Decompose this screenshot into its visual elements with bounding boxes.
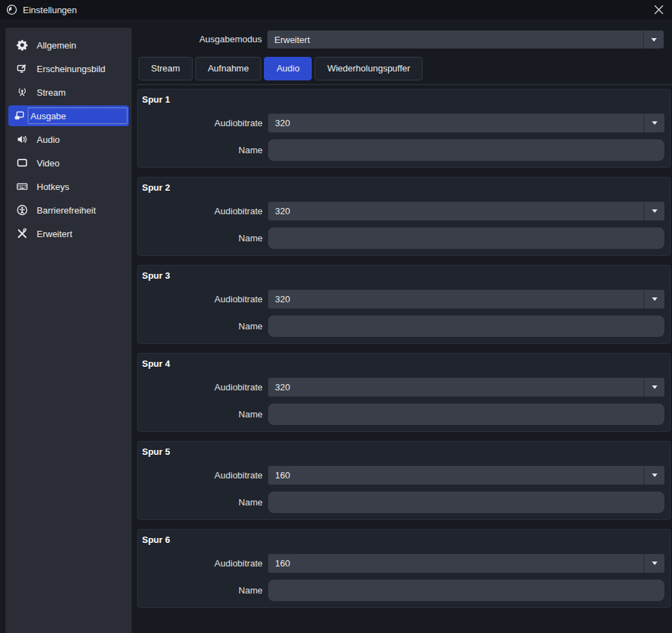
accessibility-icon [16, 205, 28, 216]
track-name-input[interactable] [268, 315, 664, 337]
track-title: Spur 6 [142, 535, 170, 545]
track-name-label: Name [138, 404, 263, 425]
settings-window: Einstellungen Allgemein [0, 0, 672, 633]
tab-audio[interactable]: Audio [264, 57, 312, 80]
sidebar-item-label: Hotkeys [34, 178, 127, 195]
output-mode-value: Erweitert [267, 31, 643, 49]
audio-bitrate-value: 160 [268, 554, 644, 573]
obs-logo-icon [6, 4, 17, 15]
track-group-2: Spur 2 Audiobitrate 320 Name [137, 177, 671, 256]
tools-icon [16, 228, 28, 240]
sidebar-item-video[interactable]: Video [6, 151, 132, 175]
track-title: Spur 5 [142, 446, 170, 457]
audio-bitrate-value: 160 [268, 466, 644, 485]
output-icon [13, 110, 25, 122]
audio-bitrate-value: 320 [268, 114, 644, 132]
track-title: Spur 3 [142, 270, 170, 281]
track-name-input[interactable] [268, 404, 664, 425]
sidebar-item-barrierefreiheit[interactable]: Barrierefreiheit [6, 198, 132, 222]
audio-bitrate-dropdown[interactable]: 320 [268, 202, 664, 220]
track-name-input[interactable] [268, 227, 664, 249]
sidebar-item-erscheinungsbild[interactable]: Erscheinungsbild [6, 57, 132, 80]
audio-icon [16, 134, 28, 146]
audio-bitrate-label: Audiobitrate [138, 290, 263, 309]
keyboard-icon [16, 181, 28, 193]
track-group-5: Spur 5 Audiobitrate 160 Name [137, 441, 671, 520]
track-title: Spur 4 [142, 358, 170, 369]
tab-wiederholungspuffer[interactable]: Wiederholungspuffer [315, 57, 423, 80]
dropdown-arrow-icon [644, 114, 664, 132]
settings-sidebar: Allgemein Erscheinungsbild Stream [6, 28, 132, 633]
track-group-6: Spur 6 Audiobitrate 160 Name [137, 529, 671, 608]
sidebar-item-label: Erscheinungsbild [34, 60, 127, 77]
tab-aufnahme[interactable]: Aufnahme [195, 57, 261, 80]
dropdown-arrow-icon [644, 554, 664, 573]
stream-icon [16, 87, 28, 98]
sidebar-item-stream[interactable]: Stream [6, 80, 132, 104]
close-button[interactable] [652, 3, 666, 17]
video-icon [16, 157, 28, 169]
audio-bitrate-label: Audiobitrate [138, 378, 263, 397]
track-name-label: Name [138, 139, 263, 161]
track-group-1: Spur 1 Audiobitrate 320 Name [137, 89, 671, 168]
audio-bitrate-dropdown[interactable]: 160 [268, 554, 664, 573]
track-group-4: Spur 4 Audiobitrate 320 Name [137, 353, 671, 432]
sidebar-item-ausgabe[interactable]: Ausgabe [8, 105, 129, 126]
sidebar-item-label: Erweitert [34, 225, 127, 242]
sidebar-item-label: Video [34, 155, 127, 171]
dropdown-arrow-icon [644, 378, 664, 397]
sidebar-item-label: Ausgabe [28, 107, 127, 124]
track-name-label: Name [138, 492, 263, 513]
audio-bitrate-dropdown[interactable]: 320 [268, 114, 664, 132]
track-name-label: Name [138, 315, 263, 337]
sidebar-item-audio[interactable]: Audio [6, 128, 132, 151]
audio-bitrate-dropdown[interactable]: 160 [268, 466, 664, 485]
sidebar-item-erweitert[interactable]: Erweitert [6, 222, 132, 245]
audio-bitrate-value: 320 [268, 202, 644, 220]
audio-bitrate-label: Audiobitrate [138, 554, 263, 573]
track-title: Spur 2 [142, 182, 170, 193]
output-mode-dropdown[interactable]: Erweitert [267, 31, 664, 49]
sidebar-item-allgemein[interactable]: Allgemein [6, 33, 132, 57]
audio-bitrate-label: Audiobitrate [138, 202, 263, 220]
sidebar-item-label: Audio [34, 131, 127, 148]
track-name-input[interactable] [268, 492, 664, 513]
sidebar-item-label: Barrierefreiheit [34, 202, 127, 218]
audio-bitrate-value: 320 [268, 290, 644, 309]
audio-bitrate-dropdown[interactable]: 320 [268, 290, 664, 309]
audio-bitrate-label: Audiobitrate [138, 114, 263, 132]
appearance-icon [16, 63, 28, 75]
track-name-label: Name [138, 580, 263, 601]
track-title: Spur 1 [142, 94, 170, 105]
gear-icon [16, 40, 28, 51]
track-group-3: Spur 3 Audiobitrate 320 Name [137, 265, 671, 344]
dropdown-arrow-icon [643, 31, 664, 49]
audio-bitrate-value: 320 [268, 378, 644, 397]
sidebar-item-label: Allgemein [34, 37, 127, 53]
track-name-input[interactable] [268, 139, 664, 161]
sidebar-item-hotkeys[interactable]: Hotkeys [6, 175, 132, 198]
track-name-label: Name [138, 227, 263, 249]
output-mode-label: Ausgabemodus [137, 31, 262, 49]
title-bar: Einstellungen [0, 0, 672, 19]
tab-pane-divider [137, 84, 672, 85]
dropdown-arrow-icon [644, 202, 664, 220]
dropdown-arrow-icon [644, 290, 664, 309]
dropdown-arrow-icon [644, 466, 664, 485]
track-name-input[interactable] [268, 580, 664, 601]
window-title: Einstellungen [23, 5, 77, 15]
sidebar-item-label: Stream [34, 84, 127, 101]
tab-stream[interactable]: Stream [139, 57, 193, 80]
audio-bitrate-label: Audiobitrate [138, 466, 263, 485]
audio-bitrate-dropdown[interactable]: 320 [268, 378, 664, 397]
output-tabs: Stream Aufnahme Audio Wiederholungspuffe… [139, 57, 423, 80]
